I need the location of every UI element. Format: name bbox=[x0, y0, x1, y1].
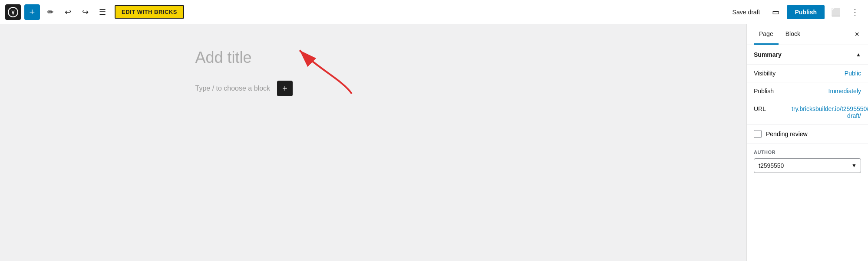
preview-button[interactable]: ▭ bbox=[768, 4, 783, 20]
undo-button[interactable]: ↩ bbox=[60, 4, 76, 20]
placeholder-text: Type / to choose a block bbox=[195, 85, 271, 92]
author-select[interactable]: t2595550 bbox=[754, 158, 861, 173]
toolbar-right: Save draft ▭ Publish ⬜ ⋮ bbox=[728, 4, 863, 20]
pending-review-checkbox[interactable] bbox=[754, 130, 762, 138]
visibility-row: Visibility Public bbox=[747, 65, 868, 82]
url-label: URL bbox=[754, 105, 766, 112]
publish-button[interactable]: Publish bbox=[787, 5, 825, 19]
redo-icon: ↪ bbox=[82, 7, 89, 17]
url-row: URL try.bricksbuilder.io/t2595550/auto-d… bbox=[747, 100, 868, 125]
edit-with-bricks-button[interactable]: EDIT WITH BRICKS bbox=[115, 5, 184, 19]
publish-label: Publish bbox=[754, 88, 774, 95]
publish-value[interactable]: Immediately bbox=[828, 88, 861, 95]
settings-button[interactable]: ⬜ bbox=[828, 4, 844, 20]
wp-logo bbox=[5, 4, 21, 20]
summary-title: Summary bbox=[754, 51, 782, 58]
url-value[interactable]: try.bricksbuilder.io/t2595550/auto-draft… bbox=[792, 105, 861, 119]
save-draft-button[interactable]: Save draft bbox=[728, 6, 765, 18]
plus-icon: + bbox=[282, 84, 287, 94]
pencil-icon: ✏ bbox=[47, 7, 54, 17]
pending-review-label: Pending review bbox=[766, 130, 808, 137]
add-block-toolbar-button[interactable]: + bbox=[24, 4, 40, 20]
list-view-button[interactable]: ☰ bbox=[95, 4, 110, 20]
block-placeholder: Type / to choose a block + bbox=[195, 81, 551, 96]
summary-header[interactable]: Summary ▲ bbox=[747, 45, 868, 65]
toolbar: + ✏ ↩ ↪ ☰ EDIT WITH BRICKS Save draft ▭ … bbox=[0, 0, 868, 24]
list-icon: ☰ bbox=[99, 7, 106, 17]
sidebar: Page Block × Summary ▲ Visibility Public… bbox=[746, 24, 868, 261]
publish-row: Publish Immediately bbox=[747, 82, 868, 100]
author-section: AUTHOR t2595550 ▼ bbox=[747, 144, 868, 179]
visibility-label: Visibility bbox=[754, 70, 776, 77]
editor-canvas: Add title Type / to choose a block + bbox=[195, 42, 551, 215]
author-label: AUTHOR bbox=[754, 150, 861, 155]
sidebar-icon: ⬜ bbox=[831, 7, 841, 17]
post-title-input[interactable]: Add title bbox=[195, 42, 551, 70]
chevron-up-icon: ▲ bbox=[856, 52, 861, 58]
plus-icon: + bbox=[30, 7, 35, 18]
inline-add-block-button[interactable]: + bbox=[277, 81, 293, 96]
undo-icon: ↩ bbox=[65, 7, 71, 17]
pending-review-row: Pending review bbox=[747, 125, 868, 144]
tab-page[interactable]: Page bbox=[754, 24, 779, 45]
tab-block[interactable]: Block bbox=[780, 24, 805, 45]
monitor-icon: ▭ bbox=[772, 7, 779, 17]
editor-area: Add title Type / to choose a block + bbox=[0, 24, 746, 261]
visibility-value[interactable]: Public bbox=[845, 70, 861, 77]
sidebar-tabs: Page Block × bbox=[747, 24, 868, 45]
tools-button[interactable]: ✏ bbox=[43, 4, 58, 20]
main-layout: Add title Type / to choose a block + Pag… bbox=[0, 24, 868, 261]
ellipsis-icon: ⋮ bbox=[851, 7, 859, 17]
author-select-wrapper: t2595550 ▼ bbox=[754, 158, 861, 173]
redo-button[interactable]: ↪ bbox=[77, 4, 93, 20]
summary-section: Summary ▲ Visibility Public Publish Imme… bbox=[747, 45, 868, 179]
more-options-button[interactable]: ⋮ bbox=[847, 4, 863, 20]
sidebar-close-button[interactable]: × bbox=[853, 28, 861, 41]
